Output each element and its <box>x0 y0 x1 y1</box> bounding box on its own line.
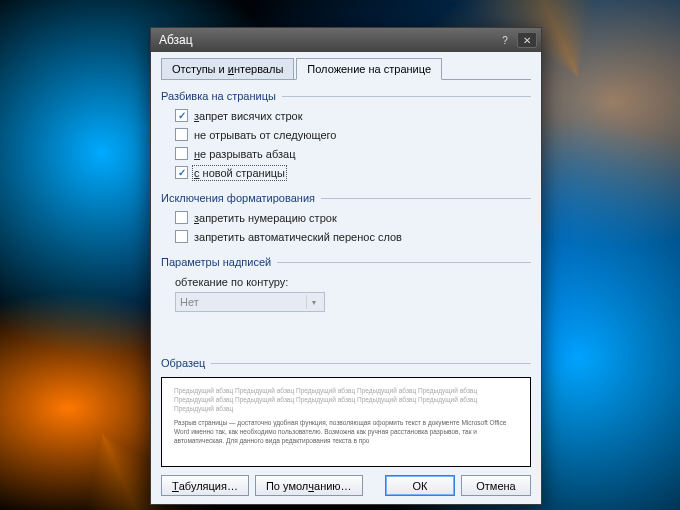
section-textbox-options-title: Параметры надписей <box>161 256 531 268</box>
checkbox-keep-with-next-row: не отрывать от следующего <box>175 128 531 141</box>
checkbox-suppress-line-numbers[interactable] <box>175 211 188 224</box>
checkbox-no-hyphenation[interactable] <box>175 230 188 243</box>
tab-strip: Отступы и интервалы Положение на страниц… <box>161 58 531 80</box>
checkbox-suppress-line-numbers-label: запретить нумерацию строк <box>194 212 337 224</box>
dialog-body: Отступы и интервалы Положение на страниц… <box>151 52 541 504</box>
titlebar[interactable]: Абзац ? ✕ <box>151 28 541 52</box>
dialog-title: Абзац <box>159 33 493 47</box>
checkbox-keep-with-next-label: не отрывать от следующего <box>194 129 336 141</box>
close-button[interactable]: ✕ <box>517 32 537 48</box>
checkbox-no-hyphenation-label: запретить автоматический перенос слов <box>194 231 402 243</box>
checkbox-keep-together-row: не разрывать абзац <box>175 147 531 160</box>
checkbox-widow-control-label: запрет висячих строк <box>194 110 303 122</box>
checkbox-widow-control[interactable] <box>175 109 188 122</box>
checkbox-no-hyphenation-row: запретить автоматический перенос слов <box>175 230 531 243</box>
button-row: Табуляция… По умолчанию… ОК Отмена <box>161 475 531 496</box>
checkbox-suppress-line-numbers-row: запретить нумерацию строк <box>175 211 531 224</box>
checkbox-widow-control-row: запрет висячих строк <box>175 109 531 122</box>
checkbox-keep-with-next[interactable] <box>175 128 188 141</box>
section-page-breaks-title: Разбивка на страницы <box>161 90 531 102</box>
default-button[interactable]: По умолчанию… <box>255 475 363 496</box>
tight-wrap-label: обтекание по контуру: <box>175 276 531 288</box>
checkbox-page-break-before-row: с новой страницы <box>175 166 531 179</box>
tabs-button[interactable]: Табуляция… <box>161 475 249 496</box>
checkbox-page-break-before-label: с новой страницы <box>194 167 285 179</box>
checkbox-keep-together-label: не разрывать абзац <box>194 148 296 160</box>
paragraph-dialog: Абзац ? ✕ Отступы и интервалы Положение … <box>150 27 542 505</box>
preview-box: Предыдущий абзац Предыдущий абзац Предыд… <box>161 377 531 467</box>
preview-faded-text: Предыдущий абзац Предыдущий абзац Предыд… <box>174 386 518 413</box>
ok-button[interactable]: ОК <box>385 475 455 496</box>
preview-main-text: Разрыв страницы — достаточно удобная фун… <box>174 418 518 445</box>
tight-wrap-combo: Нет ▾ <box>175 292 325 312</box>
help-button[interactable]: ? <box>495 32 515 48</box>
section-sample-title: Образец <box>161 357 531 369</box>
tight-wrap-value: Нет <box>180 296 199 308</box>
chevron-down-icon: ▾ <box>306 295 320 309</box>
checkbox-page-break-before[interactable] <box>175 166 188 179</box>
checkbox-keep-together[interactable] <box>175 147 188 160</box>
section-format-exceptions-title: Исключения форматирования <box>161 192 531 204</box>
tab-page-layout[interactable]: Положение на странице <box>296 58 442 80</box>
tab-indents[interactable]: Отступы и интервалы <box>161 58 294 80</box>
cancel-button[interactable]: Отмена <box>461 475 531 496</box>
